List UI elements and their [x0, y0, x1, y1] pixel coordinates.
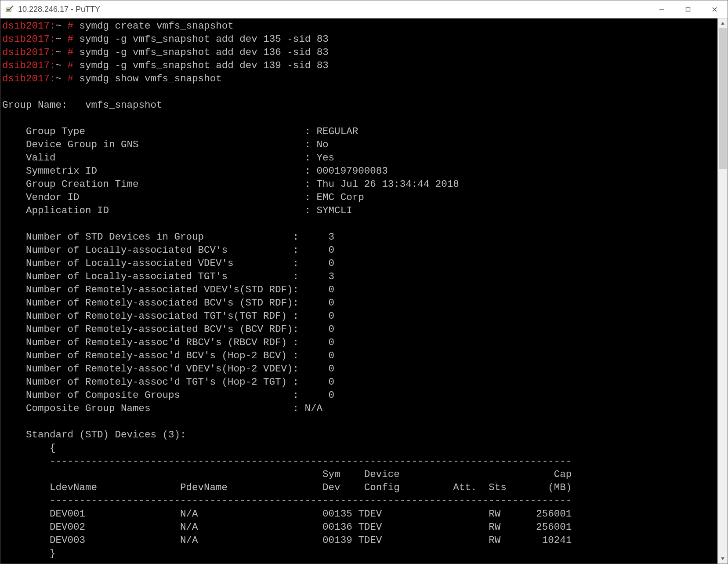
- group-count-line: Number of STD Devices in Group : 3: [2, 230, 716, 244]
- command-text: symdg -g vmfs_snapshot add dev 135 -sid …: [80, 33, 329, 45]
- command-text: symdg -g vmfs_snapshot add dev 136 -sid …: [80, 47, 329, 58]
- table-row: DEV002 N/A 00136 TDEV RW 256001: [2, 520, 716, 534]
- titlebar[interactable]: 10.228.246.17 - PuTTY: [0, 0, 728, 18]
- table-divider: ----------------------------------------…: [2, 455, 716, 468]
- group-count-line: Number of Remotely-assoc'd RBCV's (RBCV …: [2, 336, 716, 349]
- command-text: symdg show vmfs_snapshot: [80, 73, 222, 84]
- prompt-host: dsib2017:: [2, 33, 56, 45]
- blank-line: [2, 415, 716, 428]
- prompt-host: dsib2017:: [2, 47, 56, 58]
- brace-close: }: [2, 547, 716, 560]
- blank-line: [2, 85, 716, 98]
- maximize-button[interactable]: [675, 0, 701, 18]
- group-count-line: Number of Remotely-associated TGT's(TGT …: [2, 309, 716, 323]
- window-controls: [648, 0, 728, 18]
- table-row: DEV001 N/A 00135 TDEV RW 256001: [2, 507, 716, 520]
- svg-rect-4: [686, 7, 690, 11]
- window-title: 10.228.246.17 - PuTTY: [18, 5, 648, 14]
- svg-rect-1: [7, 9, 10, 11]
- prompt-symbol: #: [68, 73, 74, 84]
- prompt-path: ~: [56, 20, 62, 32]
- table-divider: ----------------------------------------…: [2, 494, 716, 507]
- minimize-button[interactable]: [648, 0, 675, 18]
- table-header-1: Sym Device Cap: [2, 468, 716, 481]
- group-count-line: Number of Remotely-assoc'd VDEV's(Hop-2 …: [2, 362, 716, 375]
- blank-line: [2, 217, 716, 230]
- group-count-line: Composite Group Names : N/A: [2, 402, 716, 415]
- prompt-path: ~: [56, 73, 62, 84]
- group-attr-line: Group Creation Time : Thu Jul 26 13:34:4…: [2, 178, 716, 191]
- brace-open: {: [2, 441, 716, 455]
- prompt-line: dsib2017:~ # symdg -g vmfs_snapshot add …: [2, 59, 716, 72]
- putty-icon: [5, 4, 14, 14]
- group-count-line: Number of Remotely-assoc'd BCV's (Hop-2 …: [2, 349, 716, 362]
- svg-marker-8: [721, 557, 724, 560]
- group-attr-line: Device Group in GNS : No: [2, 138, 716, 151]
- prompt-symbol: #: [68, 60, 74, 71]
- putty-window: 10.228.246.17 - PuTTY dsib2017:~ # symdg…: [0, 0, 728, 564]
- prompt-line: dsib2017:~ # symdg show vmfs_snapshot: [2, 72, 716, 85]
- prompt-path: ~: [56, 47, 62, 58]
- prompt-symbol: #: [68, 20, 74, 32]
- group-attr-line: Valid : Yes: [2, 151, 716, 164]
- svg-marker-7: [721, 22, 724, 25]
- group-name-line: Group Name: vmfs_snapshot: [2, 98, 716, 112]
- client-area: dsib2017:~ # symdg create vmfs_snapshotd…: [0, 18, 728, 564]
- table-header-2: LdevName PdevName Dev Config Att. Sts (M…: [2, 481, 716, 494]
- scroll-up-button[interactable]: [718, 18, 728, 28]
- group-count-line: Number of Locally-associated VDEV's : 0: [2, 257, 716, 270]
- group-count-line: Number of Locally-associated BCV's : 0: [2, 244, 716, 257]
- group-attr-line: Application ID : SYMCLI: [2, 204, 716, 217]
- blank-line: [2, 112, 716, 125]
- prompt-line: dsib2017:~ # symdg -g vmfs_snapshot add …: [2, 46, 716, 59]
- close-button[interactable]: [701, 0, 728, 18]
- group-count-line: Number of Remotely-assoc'd TGT's (Hop-2 …: [2, 375, 716, 389]
- group-count-line: Number of Locally-associated TGT's : 3: [2, 270, 716, 283]
- scroll-track[interactable]: [718, 28, 728, 554]
- prompt-symbol: #: [68, 47, 74, 58]
- std-section-title: Standard (STD) Devices (3):: [2, 428, 716, 441]
- prompt-host: dsib2017:: [2, 20, 56, 32]
- prompt-line: dsib2017:~ # symdg -g vmfs_snapshot add …: [2, 33, 716, 46]
- scrollbar[interactable]: [717, 18, 728, 564]
- prompt-host: dsib2017:: [2, 60, 56, 71]
- terminal[interactable]: dsib2017:~ # symdg create vmfs_snapshotd…: [0, 18, 717, 564]
- scroll-down-button[interactable]: [718, 554, 728, 564]
- prompt-host: dsib2017:: [2, 73, 56, 84]
- command-text: symdg -g vmfs_snapshot add dev 139 -sid …: [80, 60, 329, 71]
- prompt-path: ~: [56, 33, 62, 45]
- group-count-line: Number of Remotely-associated BCV's (BCV…: [2, 323, 716, 336]
- prompt-symbol: #: [68, 33, 74, 45]
- scroll-thumb[interactable]: [719, 28, 727, 169]
- command-text: symdg create vmfs_snapshot: [80, 20, 234, 32]
- group-attr-line: Vendor ID : EMC Corp: [2, 191, 716, 204]
- group-count-line: Number of Remotely-associated BCV's (STD…: [2, 296, 716, 309]
- group-count-line: Number of Remotely-associated VDEV's(STD…: [2, 283, 716, 296]
- table-row: DEV003 N/A 00139 TDEV RW 10241: [2, 534, 716, 547]
- group-attr-line: Symmetrix ID : 000197900083: [2, 164, 716, 178]
- prompt-path: ~: [56, 60, 62, 71]
- group-attr-line: Group Type : REGULAR: [2, 125, 716, 138]
- group-count-line: Number of Composite Groups : 0: [2, 389, 716, 402]
- prompt-line: dsib2017:~ # symdg create vmfs_snapshot: [2, 19, 716, 33]
